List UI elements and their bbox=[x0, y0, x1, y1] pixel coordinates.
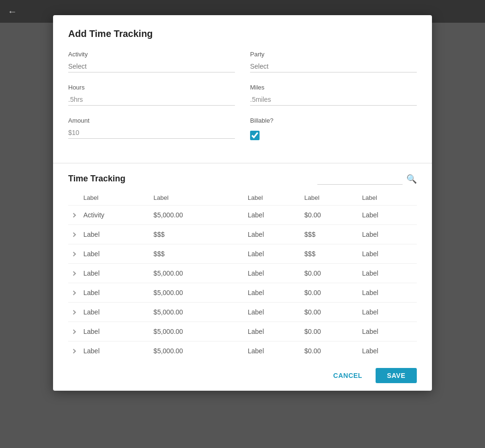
search-input[interactable] bbox=[317, 173, 403, 185]
row-col3: Label bbox=[246, 303, 303, 322]
row-col1: Label bbox=[81, 244, 152, 264]
row-col5: Label bbox=[360, 225, 417, 244]
form-section: Add Time Tracking Activity Party Hours M… bbox=[53, 15, 432, 163]
form-row-3: Amount Billable? bbox=[68, 117, 417, 140]
search-icon[interactable]: 🔍 bbox=[406, 174, 417, 184]
billable-checkbox-wrapper bbox=[250, 131, 417, 140]
activity-input[interactable] bbox=[68, 61, 235, 72]
row-col1: Label bbox=[81, 341, 152, 361]
miles-label: Miles bbox=[250, 84, 417, 91]
row-col5: Label bbox=[360, 322, 417, 341]
table-row: Label $5,000.00 Label $0.00 Label bbox=[68, 283, 417, 303]
party-input[interactable] bbox=[250, 61, 417, 72]
row-col2: $5,000.00 bbox=[152, 283, 246, 303]
row-col3: Label bbox=[246, 322, 303, 341]
row-col4: $0.00 bbox=[303, 322, 360, 341]
hours-label: Hours bbox=[68, 84, 235, 91]
row-col1: Label bbox=[81, 264, 152, 283]
table-row: Label $5,000.00 Label $0.00 Label bbox=[68, 322, 417, 341]
table-title: Time Tracking bbox=[68, 174, 126, 184]
row-chevron[interactable] bbox=[68, 244, 81, 264]
table-row: Label $5,000.00 Label $0.00 Label bbox=[68, 303, 417, 322]
table-row: Label $$$ Label $$$ Label bbox=[68, 225, 417, 244]
amount-group: Amount bbox=[68, 117, 235, 140]
row-col1: Label bbox=[81, 303, 152, 322]
hours-input[interactable] bbox=[68, 94, 235, 106]
billable-group: Billable? bbox=[250, 117, 417, 140]
table-row: Label $5,000.00 Label $0.00 Label bbox=[68, 264, 417, 283]
col-2-header: Label bbox=[152, 190, 246, 206]
row-col2: $$$ bbox=[152, 244, 246, 264]
row-col2: $5,000.00 bbox=[152, 303, 246, 322]
activity-label: Activity bbox=[68, 51, 235, 58]
billable-label: Billable? bbox=[250, 117, 417, 124]
time-tracking-table: Label Label Label Label Label Activity $… bbox=[68, 190, 417, 360]
row-col4: $0.00 bbox=[303, 206, 360, 225]
row-col3: Label bbox=[246, 341, 303, 361]
row-col2: $5,000.00 bbox=[152, 206, 246, 225]
miles-input[interactable] bbox=[250, 94, 417, 106]
table-row: Activity $5,000.00 Label $0.00 Label bbox=[68, 206, 417, 225]
row-col4: $0.00 bbox=[303, 283, 360, 303]
col-5-header: Label bbox=[360, 190, 417, 206]
row-col3: Label bbox=[246, 206, 303, 225]
modal-footer: CANCEL SAVE bbox=[53, 360, 432, 391]
row-col1: Label bbox=[81, 283, 152, 303]
row-col5: Label bbox=[360, 244, 417, 264]
party-label: Party bbox=[250, 51, 417, 58]
row-col2: $5,000.00 bbox=[152, 322, 246, 341]
row-col3: Label bbox=[246, 264, 303, 283]
row-col4: $$$ bbox=[303, 244, 360, 264]
table-row: Label $5,000.00 Label $0.00 Label bbox=[68, 341, 417, 361]
table-section: Time Tracking 🔍 Label Label Label Label … bbox=[53, 163, 432, 360]
table-header-row: Time Tracking 🔍 bbox=[68, 173, 417, 185]
search-area: 🔍 bbox=[317, 173, 417, 185]
cancel-button[interactable]: CANCEL bbox=[328, 368, 368, 383]
miles-group: Miles bbox=[250, 84, 417, 106]
col-4-header: Label bbox=[303, 190, 360, 206]
row-col4: $0.00 bbox=[303, 264, 360, 283]
row-col5: Label bbox=[360, 341, 417, 361]
row-col2: $5,000.00 bbox=[152, 264, 246, 283]
row-col2: $$$ bbox=[152, 225, 246, 244]
row-chevron[interactable] bbox=[68, 206, 81, 225]
row-col1: Label bbox=[81, 225, 152, 244]
activity-group: Activity bbox=[68, 51, 235, 72]
row-col5: Label bbox=[360, 206, 417, 225]
modal: Add Time Tracking Activity Party Hours M… bbox=[53, 15, 432, 391]
modal-title: Add Time Tracking bbox=[68, 28, 417, 39]
row-chevron[interactable] bbox=[68, 322, 81, 341]
row-col5: Label bbox=[360, 283, 417, 303]
party-group: Party bbox=[250, 51, 417, 72]
form-row-2: Hours Miles bbox=[68, 84, 417, 106]
row-col1: Activity bbox=[81, 206, 152, 225]
row-chevron[interactable] bbox=[68, 225, 81, 244]
row-col4: $0.00 bbox=[303, 303, 360, 322]
row-chevron[interactable] bbox=[68, 283, 81, 303]
billable-checkbox[interactable] bbox=[250, 131, 260, 140]
col-1-header: Label bbox=[81, 190, 152, 206]
back-button[interactable]: ← bbox=[8, 6, 17, 17]
row-col4: $0.00 bbox=[303, 341, 360, 361]
amount-label: Amount bbox=[68, 117, 235, 124]
row-chevron[interactable] bbox=[68, 264, 81, 283]
row-chevron[interactable] bbox=[68, 303, 81, 322]
row-col1: Label bbox=[81, 322, 152, 341]
row-col5: Label bbox=[360, 303, 417, 322]
table-row: Label $$$ Label $$$ Label bbox=[68, 244, 417, 264]
row-col5: Label bbox=[360, 264, 417, 283]
row-col2: $5,000.00 bbox=[152, 341, 246, 361]
col-3-header: Label bbox=[246, 190, 303, 206]
row-col3: Label bbox=[246, 225, 303, 244]
col-chevron-header bbox=[68, 190, 81, 206]
row-chevron[interactable] bbox=[68, 341, 81, 361]
form-row-1: Activity Party bbox=[68, 51, 417, 72]
row-col3: Label bbox=[246, 244, 303, 264]
table-header: Label Label Label Label Label bbox=[68, 190, 417, 206]
save-button[interactable]: SAVE bbox=[376, 368, 417, 383]
amount-input[interactable] bbox=[68, 127, 235, 139]
row-col3: Label bbox=[246, 283, 303, 303]
hours-group: Hours bbox=[68, 84, 235, 106]
row-col4: $$$ bbox=[303, 225, 360, 244]
